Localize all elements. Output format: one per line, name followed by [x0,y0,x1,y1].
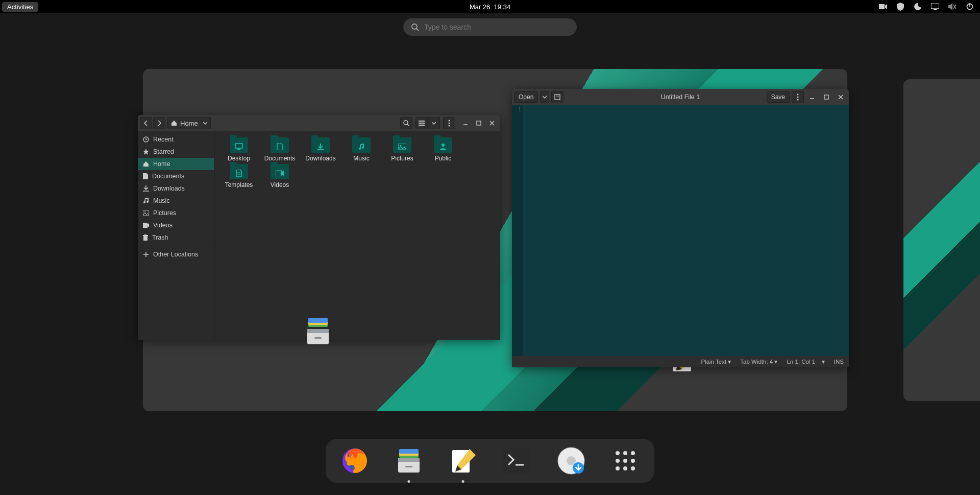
svg-point-77 [631,466,635,470]
folder-music[interactable]: Music [341,137,382,162]
clock[interactable]: Mar 26 19:34 [470,3,510,11]
activities-button[interactable]: Activities [2,2,38,12]
svg-rect-37 [276,170,281,176]
svg-rect-63 [503,449,531,473]
sidebar-item-starred[interactable]: Starred [138,146,214,158]
syntax-selector[interactable]: Plain Text ▾ [701,358,731,365]
folder-documents[interactable]: Documents [259,137,300,162]
power-icon[interactable] [966,3,974,11]
sidebar-item-documents[interactable]: Documents [138,170,214,182]
line-gutter: 1 [512,105,523,356]
breadcrumb[interactable]: Home [167,117,211,129]
save-button[interactable]: Save [767,91,790,103]
nav-forward-button[interactable] [153,117,165,129]
top-bar: Activities Mar 26 19:34 [0,0,980,13]
dock-terminal[interactable] [502,446,532,476]
editor-menu-button[interactable] [792,91,804,103]
svg-rect-1 [931,3,939,9]
sidebar-item-label: Home [153,160,170,168]
files-content[interactable]: DesktopDocumentsDownloadsMusicPicturesPu… [214,131,500,340]
svg-point-76 [623,466,627,470]
search-button[interactable] [400,117,412,129]
open-recent-dropdown[interactable] [540,91,549,103]
security-icon[interactable] [896,3,904,11]
files-sidebar: RecentStarredHomeDocumentsDownloadsMusic… [138,131,214,340]
home-icon [171,120,177,126]
tab-width-selector[interactable]: Tab Width: 4 ▾ [740,358,777,365]
minimize-button[interactable] [806,91,818,103]
svg-point-74 [631,459,635,463]
doc-icon [143,173,148,179]
svg-rect-57 [398,458,420,462]
minimize-button[interactable] [459,117,472,129]
sidebar-other-locations[interactable]: Other Locations [138,248,214,261]
chevron-down-icon[interactable] [203,121,207,125]
star-icon [143,149,149,155]
hamburger-menu-button[interactable] [443,117,455,129]
dock-files[interactable] [394,446,424,476]
maximize-button[interactable] [820,91,832,103]
maximize-button[interactable] [473,117,485,129]
folder-icon [230,137,248,153]
folder-icon [311,137,330,153]
sidebar-item-recent[interactable]: Recent [138,133,214,146]
sidebar-item-label: Other Locations [153,251,198,258]
new-tab-button[interactable] [551,91,564,103]
sidebar-item-label: Trash [152,234,168,241]
dock-software-updater[interactable] [556,446,586,476]
text-editor-window[interactable]: Open Untitled File 1 Save 1 Plain Text ▾… [512,89,849,367]
screen-record-icon[interactable] [879,3,887,11]
sidebar-item-music[interactable]: Music [138,195,214,207]
time-label: 19:34 [494,3,511,11]
folder-public[interactable]: Public [423,137,463,162]
svg-rect-30 [235,144,242,148]
folder-downloads[interactable]: Downloads [300,137,341,162]
search-input[interactable] [424,23,569,31]
date-label: Mar 26 [470,3,490,11]
files-header-bar: Home [138,115,500,131]
display-icon[interactable] [931,3,939,11]
svg-rect-43 [308,318,328,323]
folder-templates[interactable]: Templates [218,164,259,188]
folder-icon [230,164,248,179]
video-icon [143,223,149,228]
save-label: Save [771,93,785,101]
insert-mode[interactable]: INS [834,359,844,365]
svg-rect-2 [934,9,937,10]
sidebar-item-pictures[interactable]: Pictures [138,207,214,219]
folder-label: Pictures [391,155,413,162]
svg-point-71 [631,451,635,455]
svg-point-15 [449,123,450,124]
files-window[interactable]: Home RecentStarredHomeDocumentsDownloads… [138,115,500,340]
dock-text-editor[interactable] [448,446,478,476]
svg-rect-12 [419,123,425,124]
night-light-icon[interactable] [914,3,922,11]
sidebar-item-home[interactable]: Home [138,158,214,170]
sidebar-item-videos[interactable]: Videos [138,219,214,231]
close-button[interactable] [486,117,498,129]
files-app-overlay-icon[interactable] [303,317,333,346]
shell-search[interactable] [403,18,577,36]
svg-rect-32 [398,144,406,150]
sidebar-item-trash[interactable]: Trash [138,231,214,244]
dock-app-grid[interactable] [610,446,640,476]
folder-label: Desktop [228,155,250,162]
folder-desktop[interactable]: Desktop [218,137,259,162]
nav-back-button[interactable] [140,117,152,129]
sidebar-item-downloads[interactable]: Downloads [138,182,214,195]
folder-icon [271,164,289,179]
editor-body[interactable]: 1 [512,105,849,356]
text-area[interactable] [523,105,849,356]
dock-firefox[interactable] [340,446,370,476]
view-dropdown-button[interactable] [428,117,440,129]
open-button[interactable]: Open [514,91,538,103]
open-label: Open [519,93,533,101]
folder-videos[interactable]: Videos [259,164,300,188]
folder-pictures[interactable]: Pictures [382,137,423,162]
view-toggle-button[interactable] [415,117,428,129]
cursor-position[interactable]: Ln 1, Col 1 ▾ [787,358,824,365]
folder-label: Public [435,155,452,162]
workspace-preview-next[interactable] [903,79,980,401]
close-button[interactable] [835,91,847,103]
volume-muted-icon[interactable] [948,3,957,11]
